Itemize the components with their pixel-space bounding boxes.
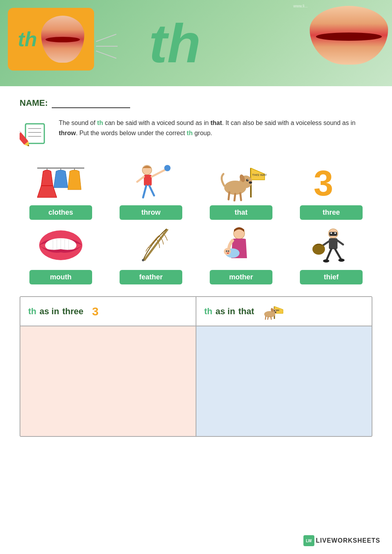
whisker-decoration [96, 29, 120, 61]
instruction-row: The sound of th can be said with a voice… [20, 116, 372, 147]
word-image-throw [120, 159, 182, 202]
svg-rect-49 [329, 238, 338, 249]
word-image-mouth [29, 224, 92, 267]
header-th-small: th [18, 27, 37, 51]
dog-sign-icon: WAY [263, 302, 284, 320]
sorting-header-cell-three: th as in three 3 [20, 297, 196, 326]
sorting-body-cell-three[interactable] [20, 326, 196, 436]
svg-point-53 [338, 259, 345, 262]
header-th-big: th [149, 12, 201, 75]
word-image-mother [210, 224, 272, 267]
svg-point-39 [142, 259, 144, 261]
svg-line-14 [152, 170, 165, 177]
sorting-body-cell-that[interactable] [196, 326, 372, 436]
word-badge-thief: thief [300, 270, 363, 284]
svg-line-56 [338, 241, 343, 244]
svg-rect-46 [329, 232, 337, 236]
word-image-feather [120, 224, 182, 267]
svg-point-48 [334, 232, 336, 234]
word-badge-feather: feather [120, 270, 182, 284]
word-badge-mouth: mouth [29, 270, 92, 284]
name-input-line[interactable] [52, 98, 130, 108]
sorting-body-row [20, 326, 372, 436]
svg-point-15 [164, 165, 171, 171]
header-lip-image-small [41, 16, 84, 63]
word-item-mouth: mouth [20, 224, 102, 284]
svg-line-29 [234, 194, 235, 201]
sorting-header-row: th as in three 3 th as in that WAY [20, 297, 372, 326]
logo-box: LW [303, 535, 314, 546]
word-item-feather: feather [110, 224, 192, 284]
svg-line-17 [149, 186, 154, 196]
word-item-three: 3 three [290, 159, 372, 220]
word-badge-clothes: clothes [29, 205, 92, 220]
header-lip-image-big [310, 6, 388, 65]
sorting-header-asin1: as in [40, 306, 59, 317]
sorting-header-num: 3 [92, 305, 99, 318]
sorting-header-word2: that [238, 306, 254, 317]
word-item-thief: thief [290, 224, 372, 284]
svg-line-67 [271, 317, 271, 319]
svg-line-66 [268, 317, 268, 319]
sorting-header-asin2: as in [216, 306, 235, 317]
word-item-that: THIS WAY [200, 159, 282, 220]
header: th th www.li... [0, 0, 392, 86]
svg-line-65 [265, 316, 266, 319]
word-item-mother: mother [200, 224, 282, 284]
svg-point-64 [275, 312, 276, 313]
svg-point-47 [330, 232, 332, 234]
svg-rect-0 [25, 124, 44, 143]
svg-point-25 [246, 179, 249, 181]
sorting-header-th1: th [28, 306, 36, 317]
svg-text:3: 3 [314, 164, 333, 201]
sorting-header-word1: three [62, 306, 83, 317]
brand-text: LIVEWORKSHEETS [316, 537, 380, 544]
words-grid: clothes [20, 159, 372, 284]
svg-point-63 [274, 310, 275, 311]
sorting-header-th2: th [204, 306, 212, 317]
svg-point-44 [228, 250, 229, 252]
svg-point-43 [226, 250, 227, 252]
svg-rect-13 [144, 175, 152, 186]
svg-line-18 [137, 177, 144, 182]
svg-line-16 [143, 186, 146, 197]
svg-point-52 [323, 259, 329, 263]
svg-line-50 [327, 249, 331, 260]
word-image-thief [300, 224, 363, 267]
word-image-that: THIS WAY [210, 159, 272, 202]
svg-line-51 [335, 249, 341, 259]
svg-line-30 [240, 193, 241, 200]
svg-point-26 [247, 179, 248, 180]
svg-text:THIS WAY: THIS WAY [252, 173, 267, 177]
watermark: www.li... [293, 4, 308, 8]
svg-point-27 [249, 181, 252, 184]
svg-point-42 [224, 248, 231, 255]
main-content: NAME: The sound of th can be said [0, 86, 392, 456]
word-item-clothes: clothes [20, 159, 102, 220]
sorting-table: th as in three 3 th as in that WAY [20, 296, 372, 437]
word-badge-three: three [300, 205, 363, 220]
header-orange-box: th [8, 8, 94, 71]
word-item-throw: throw [110, 159, 192, 220]
pencil-icon [20, 116, 51, 147]
instruction-text: The sound of th can be said with a voice… [59, 116, 372, 138]
word-badge-throw: throw [120, 205, 182, 220]
svg-line-28 [229, 192, 229, 199]
word-image-clothes [29, 159, 92, 202]
word-badge-mother: mother [210, 270, 272, 284]
svg-point-55 [312, 244, 325, 255]
name-row: NAME: [20, 98, 372, 108]
sorting-header-cell-that: th as in that WAY [196, 297, 372, 326]
word-badge-that: that [210, 205, 272, 220]
word-image-three: 3 [300, 159, 363, 202]
footer: LW LIVEWORKSHEETS [303, 535, 380, 546]
name-label: NAME: [20, 98, 48, 108]
liveworksheets-logo: LW LIVEWORKSHEETS [303, 535, 380, 546]
